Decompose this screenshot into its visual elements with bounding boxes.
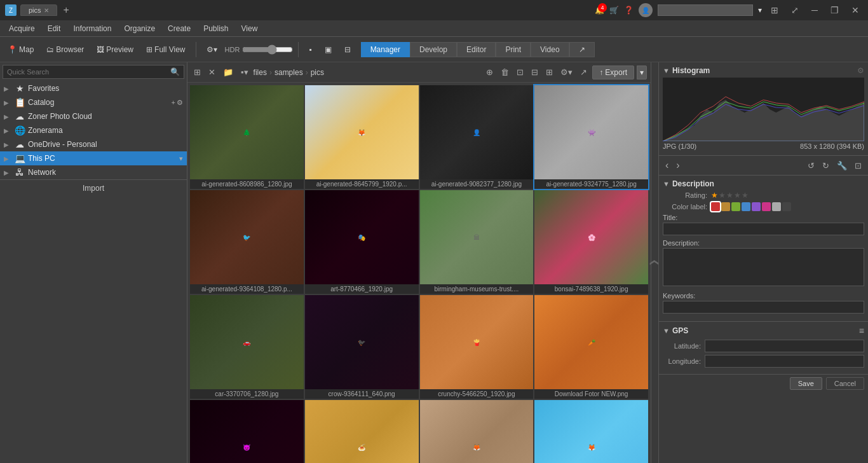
sidebar-item-zonerama[interactable]: ▶ 🌐 Zonerama bbox=[0, 123, 187, 137]
save-button[interactable]: Save bbox=[790, 377, 822, 390]
sidebar-item-favorites[interactable]: ▶ ★ Favorites bbox=[0, 81, 187, 95]
gallery-item[interactable]: 🌲 ai-generated-8608986_1280.jpg bbox=[190, 85, 304, 189]
gallery-item[interactable]: 🦊 fox-7633553_1920.jpg bbox=[534, 400, 648, 463]
color-green[interactable] bbox=[731, 202, 740, 211]
sidebar-item-zoner-cloud[interactable]: ▶ ☁ Zoner Photo Cloud bbox=[0, 109, 187, 123]
rotate-right-button[interactable]: ↻ bbox=[820, 160, 832, 172]
color-red[interactable] bbox=[711, 202, 720, 211]
help-icon[interactable]: ❓ bbox=[624, 6, 634, 15]
desc-collapse-icon[interactable]: ▼ bbox=[663, 180, 670, 188]
user-avatar[interactable]: 👤 bbox=[639, 3, 653, 17]
pc-expand-button[interactable]: ▾ bbox=[179, 155, 183, 163]
gallery-item[interactable]: 🐦‍⬛ crow-9364111_640.png bbox=[305, 295, 419, 399]
hdr-slider[interactable] bbox=[242, 45, 293, 55]
gallery-item[interactable]: 🍟 crunchy-5466250_1920.jpg bbox=[420, 295, 534, 399]
color-purple[interactable] bbox=[752, 202, 761, 211]
menu-view[interactable]: View bbox=[235, 23, 264, 34]
view-toggle-button[interactable]: ⊞ bbox=[767, 4, 782, 17]
gallery-item[interactable]: 🍝 fettuccine-5957016_1920.jpg bbox=[305, 400, 419, 463]
gallery-item[interactable]: 👾 ai-generated-9324775_1280.jpg bbox=[534, 85, 648, 189]
tab-manager[interactable]: Manager bbox=[361, 42, 410, 57]
catalog-add-button[interactable]: + bbox=[172, 99, 175, 107]
path-nav-back[interactable]: ⊞ bbox=[191, 66, 203, 78]
menu-information[interactable]: Information bbox=[67, 23, 118, 34]
gallery-item[interactable]: 🏛 birmingham-museums-trust.... bbox=[420, 190, 534, 294]
sync-button[interactable]: ⊕ bbox=[484, 66, 496, 78]
move-button[interactable]: ⊟ bbox=[529, 66, 541, 78]
star-4[interactable]: ★ bbox=[734, 191, 741, 200]
path-nav-folder[interactable]: ✕ bbox=[206, 66, 218, 78]
gps-menu-button[interactable]: ≡ bbox=[859, 326, 864, 336]
resize-button[interactable]: ⊞ bbox=[543, 66, 555, 78]
copy-button[interactable]: ⊡ bbox=[852, 160, 864, 172]
panel-collapse-button[interactable]: ❮ bbox=[651, 62, 658, 463]
copy-button[interactable]: ⊡ bbox=[514, 66, 526, 78]
grid-large-button[interactable]: ⊟ bbox=[339, 44, 356, 55]
nav-prev-button[interactable]: ‹ bbox=[663, 158, 671, 172]
browser-button[interactable]: 🗂 Browser bbox=[41, 44, 89, 55]
title-tab[interactable]: pics ✕ bbox=[20, 4, 57, 16]
gallery-item[interactable]: 😈 evil-7623152_640.jpg bbox=[190, 400, 304, 463]
restore-button[interactable]: ❐ bbox=[827, 4, 843, 17]
preview-button[interactable]: 🖼 Preview bbox=[92, 44, 139, 55]
keywords-input[interactable] bbox=[663, 301, 864, 314]
tab-editor[interactable]: Editor bbox=[457, 42, 496, 57]
nav-next-button[interactable]: › bbox=[674, 158, 682, 172]
search-dropdown-icon[interactable]: ▾ bbox=[758, 6, 762, 15]
path-breadcrumb-dropdown[interactable]: ▪▾ bbox=[238, 66, 251, 78]
map-button[interactable]: 📍 Map bbox=[3, 44, 39, 55]
menu-organize[interactable]: Organize bbox=[118, 23, 161, 34]
star-1[interactable]: ★ bbox=[711, 191, 718, 200]
color-dark[interactable] bbox=[782, 202, 791, 211]
fullscreen-button[interactable]: ⤢ bbox=[787, 4, 803, 17]
gallery-item[interactable]: 🎭 art-8770466_1920.jpg bbox=[305, 190, 419, 294]
tab-share[interactable]: ↗ bbox=[569, 42, 595, 57]
sidebar-item-onedrive[interactable]: ▶ ☁ OneDrive - Personal bbox=[0, 137, 187, 151]
sidebar-item-this-pc[interactable]: ▶ 💻 This PC ▾ bbox=[0, 151, 187, 165]
menu-create[interactable]: Create bbox=[161, 23, 197, 34]
tools-button[interactable]: ⚙▾ bbox=[558, 66, 575, 78]
global-search-input[interactable] bbox=[658, 4, 753, 16]
path-nav-up[interactable]: 📁 bbox=[220, 66, 236, 78]
tab-video[interactable]: Video bbox=[531, 42, 569, 57]
quick-search-input[interactable] bbox=[3, 66, 166, 78]
menu-acquire[interactable]: Acquire bbox=[3, 23, 41, 34]
histogram-collapse-icon[interactable]: ▼ bbox=[663, 67, 670, 74]
delete-button[interactable]: 🗑 bbox=[498, 66, 512, 78]
breadcrumb-files[interactable]: files bbox=[254, 68, 267, 77]
gallery-item[interactable]: 🦊 ai-generated-8645799_1920.p... bbox=[305, 85, 419, 189]
title-input[interactable] bbox=[663, 223, 864, 235]
notification-bell[interactable]: 🔔 4 bbox=[595, 6, 604, 15]
gps-collapse-icon[interactable]: ▼ bbox=[663, 327, 670, 335]
color-blue[interactable] bbox=[742, 202, 750, 211]
description-input[interactable] bbox=[663, 248, 864, 286]
rating-stars[interactable]: ★ ★ ★ ★ ★ bbox=[711, 191, 749, 200]
cart-icon[interactable]: 🛒 bbox=[609, 6, 619, 15]
gallery-item[interactable]: 🥕 Download Fotor NEW.png bbox=[534, 295, 648, 399]
new-tab-button[interactable]: + bbox=[61, 4, 72, 16]
star-2[interactable]: ★ bbox=[719, 191, 726, 200]
grid-small-button[interactable]: ▪ bbox=[304, 44, 316, 55]
menu-edit[interactable]: Edit bbox=[41, 23, 67, 34]
minimize-button[interactable]: ─ bbox=[808, 4, 822, 17]
export-button[interactable]: ↑ Export bbox=[592, 66, 634, 79]
menu-publish[interactable]: Publish bbox=[197, 23, 234, 34]
full-view-button[interactable]: ⊞ Full View bbox=[141, 44, 190, 55]
import-button[interactable]: Import bbox=[0, 179, 187, 197]
latitude-input[interactable] bbox=[705, 340, 864, 352]
histogram-settings-icon[interactable]: ⚙ bbox=[857, 66, 864, 75]
gallery-item[interactable]: 🚗 car-3370706_1280.jpg bbox=[190, 295, 304, 399]
rotate-left-button[interactable]: ↺ bbox=[805, 160, 817, 172]
breadcrumb-pics[interactable]: pics bbox=[311, 68, 324, 77]
share-button[interactable]: ↗ bbox=[578, 66, 590, 78]
color-orange[interactable] bbox=[721, 202, 730, 211]
gallery-item[interactable]: 🦊 fox-7558752_1920.jpg bbox=[420, 400, 534, 463]
tab-develop[interactable]: Develop bbox=[410, 42, 457, 57]
close-button[interactable]: ✕ bbox=[848, 4, 863, 17]
grid-medium-button[interactable]: ▣ bbox=[320, 44, 337, 55]
gallery-item[interactable]: 👤 ai-generated-9082377_1280.jpg bbox=[420, 85, 534, 189]
longitude-input[interactable] bbox=[705, 355, 864, 368]
color-pink[interactable] bbox=[762, 202, 771, 211]
star-5[interactable]: ★ bbox=[742, 191, 749, 200]
gallery-item[interactable]: 🌸 bonsai-7489638_1920.jpg bbox=[534, 190, 648, 294]
